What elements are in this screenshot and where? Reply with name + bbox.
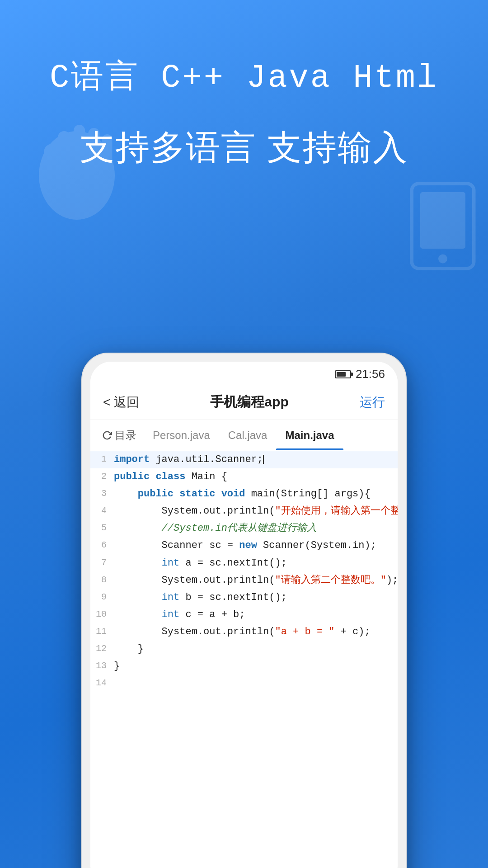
code-line-13: 13 } [90, 658, 398, 675]
code-line-7: 7 int a = sc.nextInt(); [90, 555, 398, 572]
tab-cal-java[interactable]: Cal.java [219, 421, 277, 450]
svg-point-8 [438, 255, 447, 264]
tab-main-java[interactable]: Main.java [276, 421, 343, 450]
tab-person-java[interactable]: Person.java [144, 421, 219, 450]
decorative-tablet-icon [407, 181, 479, 271]
status-time: 21:56 [356, 367, 385, 381]
code-line-3: 3 public static void main(String[] args)… [90, 486, 398, 503]
code-line-12: 12 } [90, 641, 398, 658]
phone-mockup: 21:56 < 返回 手机编程app 运行 目录 [81, 353, 407, 868]
code-line-5: 5 //System.in代表从键盘进行输入 [90, 520, 398, 537]
tab-person-label: Person.java [153, 429, 210, 441]
code-line-2: 2 public class Main { [90, 468, 398, 486]
battery-fill [337, 372, 346, 377]
lang-line: C语言 C++ Java Html [0, 54, 488, 98]
code-line-1: 1 import java.util.Scanner; [90, 451, 398, 468]
back-label: < 返回 [103, 394, 139, 411]
directory-tab-label: 目录 [115, 428, 136, 443]
status-bar: 21:56 [90, 362, 398, 385]
code-editor[interactable]: 1 import java.util.Scanner; 2 public cla… [90, 451, 398, 858]
code-line-4: 4 System.out.println("开始使用，请输入第一个整数吧。"); [90, 503, 398, 520]
app-header: < 返回 手机编程app 运行 [90, 385, 398, 420]
code-line-8: 8 System.out.println("请输入第二个整数吧。"); [90, 572, 398, 589]
header-section: C语言 C++ Java Html 支持多语言 支持输入 [0, 0, 488, 171]
battery-icon [335, 370, 351, 378]
run-button[interactable]: 运行 [360, 394, 385, 411]
app-title: 手机编程app [210, 393, 288, 411]
phone-outer: 21:56 < 返回 手机编程app 运行 目录 [81, 353, 407, 868]
code-line-10: 10 int c = a + b; [90, 606, 398, 623]
tab-directory[interactable]: 目录 [95, 420, 144, 451]
tabs-bar: 目录 Person.java Cal.java Main.java [90, 420, 398, 451]
code-line-6: 6 Scanner sc = new Scanner(System.in); [90, 537, 398, 554]
subtitle-line: 支持多语言 支持输入 [0, 125, 488, 171]
tab-main-label: Main.java [285, 429, 334, 441]
phone-inner: 21:56 < 返回 手机编程app 运行 目录 [90, 362, 398, 868]
tab-cal-label: Cal.java [228, 429, 267, 441]
refresh-icon [102, 430, 112, 440]
back-button[interactable]: < 返回 [103, 394, 139, 411]
code-line-14: 14 [90, 675, 398, 690]
code-line-9: 9 int b = sc.nextInt(); [90, 589, 398, 606]
code-line-11: 11 System.out.println("a + b = " + c); [90, 623, 398, 641]
svg-rect-7 [420, 192, 465, 249]
